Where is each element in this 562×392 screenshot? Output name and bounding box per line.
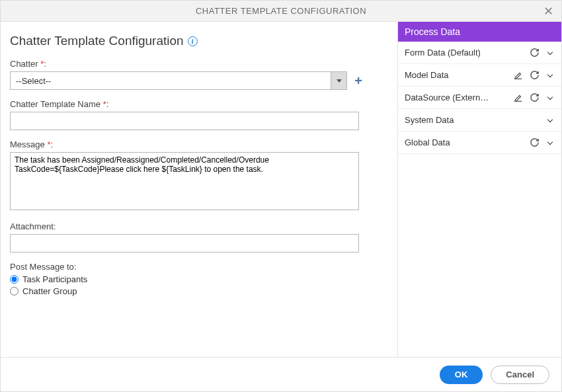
post-to-label: Post Message to: [10, 262, 387, 272]
attachment-label: Attachment: [10, 221, 387, 231]
process-data-panel: Process Data Form Data (Default) Model D… [397, 22, 561, 357]
field-template-name: Chatter Template Name *: [10, 99, 387, 130]
chevron-down-icon[interactable] [544, 114, 556, 126]
titlebar: CHATTER TEMPLATE CONFIGURATION ✕ [1, 1, 561, 22]
radio-task-participants-label: Task Participants [22, 274, 87, 284]
pd-item-form-data[interactable]: Form Data (Default) [398, 42, 561, 64]
chevron-down-icon[interactable] [544, 47, 556, 59]
pd-item-label: DataSource (Extern… [405, 93, 508, 102]
chatter-select[interactable]: --Select-- [10, 71, 347, 90]
radio-chatter-group-input[interactable] [10, 287, 19, 295]
pd-item-label: Form Data (Default) [405, 48, 524, 58]
radio-chatter-group[interactable]: Chatter Group [10, 286, 387, 296]
refresh-icon[interactable] [528, 137, 540, 149]
chevron-down-icon [337, 79, 342, 83]
pd-item-label: Global Data [405, 137, 524, 147]
refresh-icon[interactable] [528, 69, 540, 81]
pd-item-model-data[interactable]: Model Data [398, 64, 561, 87]
ok-button[interactable]: OK [440, 366, 483, 384]
dialog: CHATTER TEMPLATE CONFIGURATION ✕ Chatter… [0, 0, 562, 392]
process-data-header: Process Data [398, 22, 561, 42]
edit-icon[interactable] [512, 69, 524, 81]
message-textarea[interactable] [10, 152, 359, 210]
field-post-to: Post Message to: Task Participants Chatt… [10, 262, 387, 296]
radio-chatter-group-label: Chatter Group [22, 286, 77, 296]
chevron-down-icon[interactable] [544, 92, 556, 104]
pd-item-system-data[interactable]: System Data [398, 109, 561, 132]
chevron-down-icon[interactable] [544, 137, 556, 149]
dialog-body: Chatter Template Configuration i Chatter… [1, 22, 561, 357]
chatter-select-button[interactable] [331, 72, 346, 89]
page-title-text: Chatter Template Configuration [10, 34, 184, 48]
field-chatter: Chatter *: --Select-- + [10, 59, 387, 90]
close-icon[interactable]: ✕ [541, 4, 557, 19]
pd-item-global-data[interactable]: Global Data [398, 132, 561, 154]
window-title: CHATTER TEMPLATE CONFIGURATION [196, 6, 366, 16]
info-icon[interactable]: i [188, 36, 198, 46]
chatter-select-value[interactable]: --Select-- [11, 72, 331, 89]
field-attachment: Attachment: [10, 221, 387, 253]
template-name-label: Chatter Template Name *: [10, 99, 387, 109]
message-label: Message *: [10, 139, 387, 149]
pd-item-datasource[interactable]: DataSource (Extern… [398, 87, 561, 109]
page-title: Chatter Template Configuration i [10, 34, 387, 48]
radio-task-participants[interactable]: Task Participants [10, 274, 387, 284]
field-message: Message *: [10, 139, 387, 212]
chevron-down-icon[interactable] [544, 69, 556, 81]
edit-icon[interactable] [512, 92, 524, 104]
form-panel: Chatter Template Configuration i Chatter… [1, 22, 397, 357]
pd-item-label: Model Data [405, 70, 508, 80]
dialog-footer: OK Cancel [1, 357, 561, 391]
chatter-select-row: --Select-- + [10, 71, 387, 90]
pd-item-label: System Data [405, 115, 540, 125]
refresh-icon[interactable] [528, 92, 540, 104]
template-name-input[interactable] [10, 112, 359, 130]
process-data-list: Form Data (Default) Model Data [398, 42, 561, 154]
radio-task-participants-input[interactable] [10, 275, 19, 284]
chatter-label: Chatter *: [10, 59, 387, 69]
attachment-input[interactable] [10, 234, 359, 253]
cancel-button[interactable]: Cancel [491, 366, 549, 384]
add-chatter-button[interactable]: + [352, 74, 364, 87]
refresh-icon[interactable] [528, 47, 540, 59]
